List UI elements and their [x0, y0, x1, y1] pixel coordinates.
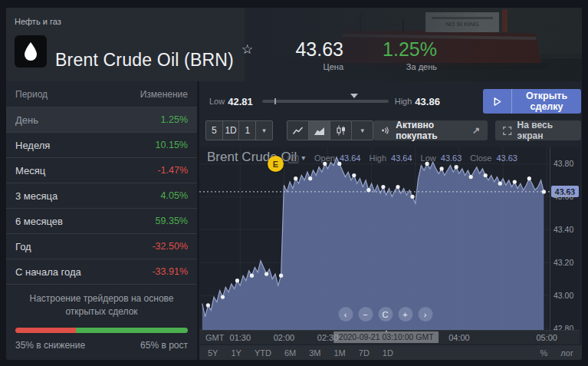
range-slider-track[interactable]	[262, 100, 389, 103]
area-chart-icon	[314, 126, 325, 136]
time-axis[interactable]: GMT 2020-09-21 03:10:00 GMT 01:3002:0002…	[199, 330, 580, 344]
candlestick-icon	[336, 125, 347, 136]
fullscreen-icon	[503, 126, 511, 136]
period-change-value: 59.35%	[156, 216, 188, 226]
fullscreen-button-label: На весь экран	[517, 120, 573, 141]
range-button-1y[interactable]: 1Y	[231, 348, 241, 358]
economic-event-badge[interactable]: E	[268, 156, 284, 172]
interval-button-1d[interactable]: 1D	[223, 121, 240, 140]
period-row-year[interactable]: Год -32.50%	[6, 233, 197, 259]
range-button-6m[interactable]: 6M	[284, 348, 296, 358]
instrument-header: NO SI KING Нефть и газ Brent Crude Oil (…	[6, 8, 582, 81]
period-row-month[interactable]: Месяц -1.47%	[6, 157, 197, 183]
data-point-dot	[352, 173, 356, 177]
price-axis-tick: 43.40	[554, 225, 573, 234]
data-point-dot	[206, 303, 210, 307]
interval-button-5[interactable]: 5	[206, 121, 223, 140]
instrument-card: NO SI KING Нефть и газ Brent Crude Oil (…	[6, 8, 582, 360]
ohlc-high-value: 43.64	[391, 153, 412, 163]
sentiment-title-line2: открытых сделок	[65, 306, 137, 317]
ohlc-low-label: Low	[421, 153, 436, 163]
category-label: Нефть и газ	[15, 17, 61, 26]
timezone-label: GMT	[205, 333, 224, 342]
high-value: 43.86	[415, 96, 440, 107]
signal-broadcast-icon	[381, 125, 390, 136]
data-point-dot	[366, 188, 370, 192]
period-change-value: -33.91%	[152, 266, 188, 277]
zoom-in-button[interactable]: +	[398, 307, 412, 321]
data-point-dot	[235, 279, 239, 282]
range-button-ytd[interactable]: YTD	[255, 348, 271, 358]
low-value: 42.81	[228, 96, 253, 107]
pan-right-button[interactable]: ›	[418, 307, 432, 321]
data-point-dot	[527, 176, 531, 180]
play-icon	[491, 96, 503, 107]
period-change-value: 10.15%	[156, 140, 188, 150]
open-trade-button[interactable]: Открыть сделку	[483, 89, 581, 114]
range-button-3m[interactable]: 3M	[309, 348, 320, 358]
sentiment-buy-label: 65% в рост	[140, 340, 188, 351]
data-point-dot	[396, 185, 399, 189]
candlestick-chart-type-button[interactable]	[330, 121, 352, 140]
period-label: День	[15, 114, 38, 126]
ohlc-close-value: 43.63	[496, 153, 517, 163]
range-button-5y[interactable]: 5Y	[208, 348, 218, 358]
range-toolbar: 5Y 1Y YTD 6M 3M 1M 7D 1D % лог	[199, 345, 582, 360]
period-label: 6 месяцев	[15, 216, 63, 227]
period-row-6months[interactable]: 6 месяцев 59.35%	[6, 208, 197, 233]
period-row-day[interactable]: День 1.25%	[6, 107, 197, 132]
favorite-star-icon[interactable]: ☆	[241, 41, 253, 58]
chart-nav-controls: ‹ − C + ›	[338, 307, 432, 321]
crosshair-tooltip: 2020-09-21 03:10:00 GMT	[333, 331, 439, 343]
interval-button-1[interactable]: 1	[239, 121, 256, 140]
price-block: 43.63 Цена	[267, 38, 343, 71]
interval-dropdown[interactable]: ▾	[256, 121, 272, 140]
ohlc-low-value: 43.63	[441, 153, 462, 163]
sentiment-title: Настроение трейдеров на основе открытых …	[15, 292, 188, 319]
period-change-value: -1.47%	[157, 165, 188, 176]
pan-left-button[interactable]: ‹	[338, 307, 353, 321]
price-axis[interactable]: 43.63 43.8043.6043.4043.2043.0042.80	[550, 147, 580, 330]
change-caption: За день	[363, 62, 437, 71]
oil-drop-icon	[21, 41, 40, 61]
range-button-1d[interactable]: 1D	[383, 348, 393, 358]
zoom-out-button[interactable]: −	[358, 307, 373, 321]
sentiment-bar	[15, 328, 188, 333]
fullscreen-button[interactable]: На весь экран	[495, 120, 581, 140]
ohlc-open-value: 43.64	[340, 153, 361, 163]
sentiment-bar-sell	[15, 328, 76, 333]
open-trade-label: Открыть сделку	[512, 91, 581, 112]
range-slider-pointer[interactable]	[350, 94, 358, 98]
period-row-ytd[interactable]: С начала года -33.91%	[6, 259, 197, 284]
data-point-dot	[455, 165, 458, 169]
time-axis-tick: 02:30	[317, 333, 339, 342]
sentiment-title-line1: Настроение трейдеров на основе	[30, 293, 174, 304]
period-change-value: -32.50%	[152, 241, 188, 252]
signal-button[interactable]: Активно покупать ↗	[373, 120, 488, 140]
period-label: Месяц	[15, 165, 45, 176]
data-point-dot	[381, 185, 385, 189]
line-chart-type-button[interactable]	[287, 121, 309, 140]
percent-scale-button[interactable]: %	[540, 348, 548, 358]
data-point-dot	[440, 167, 444, 170]
range-button-1m[interactable]: 1M	[334, 348, 346, 358]
sentiment-sell-label: 35% в снижение	[15, 340, 85, 351]
sentiment-bar-buy	[76, 328, 188, 333]
range-button-7d[interactable]: 7D	[359, 348, 370, 358]
change-header-label: Изменение	[140, 89, 188, 100]
ohlc-high-label: High	[369, 153, 386, 163]
chevron-down-icon: ▾	[262, 127, 266, 134]
ohlc-open-label: Open	[314, 153, 335, 163]
reset-zoom-button[interactable]: C	[378, 307, 393, 321]
data-point-dot	[250, 274, 254, 278]
period-row-3months[interactable]: 3 месяца 4.05%	[6, 183, 197, 208]
instrument-logo	[15, 35, 47, 68]
log-scale-button[interactable]: лог	[560, 348, 573, 358]
period-label: Год	[15, 241, 31, 252]
chart-plot-area[interactable]: Brent Crude Oil ▾ Open 43.64 High	[199, 147, 550, 330]
chart-type-dropdown[interactable]: ▾	[352, 121, 373, 140]
period-row-week[interactable]: Неделя 10.15%	[6, 132, 197, 157]
daily-change: 1.25%	[363, 38, 437, 61]
area-chart-type-button[interactable]	[309, 121, 330, 140]
price-axis-tick: 43.20	[554, 258, 573, 267]
